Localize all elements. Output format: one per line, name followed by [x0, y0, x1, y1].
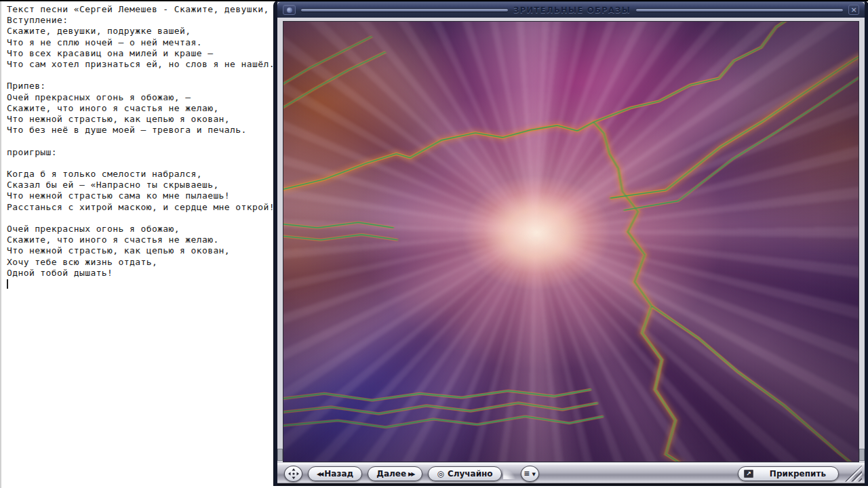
lyrics-line: Что нежной страстью сама ко мне пылаешь! — [7, 190, 274, 201]
back-button[interactable]: ◀◀ Назад — [308, 466, 362, 481]
visualization-canvas[interactable] — [283, 21, 859, 462]
lyrics-line: Хочу тебе всю жизнь отдать, — [7, 257, 274, 268]
lyrics-line: Что нежной страстью, как цепью я окован, — [7, 245, 274, 256]
text-cursor — [7, 279, 8, 289]
lyrics-line — [7, 136, 274, 146]
lyrics-line: Текст песни «Сергей Лемешев - Скажите, д… — [7, 4, 274, 15]
pan-button[interactable] — [284, 466, 302, 482]
next-button-label: Далее — [376, 469, 406, 479]
visualization-frame — [277, 18, 865, 463]
lyrics-line: Скажите, что иного я счастья не желаю. — [7, 235, 274, 245]
top-border-line — [0, 0, 868, 1]
move-arrows-icon — [288, 468, 299, 479]
next-button[interactable]: Далее ▶▶ — [368, 466, 422, 481]
lyrics-line — [7, 158, 274, 169]
lyrics-line: Одной тобой дышать! — [7, 268, 274, 279]
lyrics-line: Что я не сплю ночей – о ней мечтая. — [7, 37, 274, 48]
back-arrows-icon: ◀◀ — [317, 471, 322, 477]
visualization-menu-button[interactable]: ≡ ▼ — [521, 466, 539, 482]
lyrics-line: Очей прекрасных огонь я обожаю, – — [7, 92, 274, 103]
attach-button-label: Прикрепить — [770, 469, 826, 479]
lyrics-line — [7, 213, 274, 224]
window-title-bar[interactable]: ЗРИТЕЛЬНЫЕ ОБРАЗЫ × — [277, 2, 865, 18]
list-icon: ≡ — [524, 469, 530, 478]
dock-window-icon: ↗ — [744, 470, 753, 478]
frame-notch-left — [277, 449, 283, 461]
lyrics-line: Что всех красавиц она милей и краше – — [7, 48, 274, 59]
lyrics-line: Скажите, что иного я счастья не желаю, — [7, 103, 274, 114]
lyrics-lines: Текст песни «Сергей Лемешев - Скажите, д… — [7, 4, 274, 279]
skin-flourish — [503, 468, 515, 479]
lyrics-text-area[interactable]: Текст песни «Сергей Лемешев - Скажите, д… — [0, 1, 274, 488]
visualization-vignette — [283, 22, 859, 462]
lyrics-line: Расстанься с хитрой маскою, и сердце мне… — [7, 202, 274, 213]
lyrics-line: Когда б я только смелости набрался, — [7, 169, 274, 180]
window-title: ЗРИТЕЛЬНЫЕ ОБРАЗЫ — [513, 5, 631, 15]
resize-grip[interactable] — [844, 466, 862, 482]
lyrics-line: Что сам хотел признаться ей, но слов я н… — [7, 59, 274, 70]
title-groove-right — [636, 9, 843, 12]
frame-notch-right — [859, 449, 865, 461]
back-button-label: Назад — [324, 469, 353, 479]
next-arrows-icon: ▶▶ — [408, 471, 414, 477]
lyrics-line: проигрыш: — [7, 147, 274, 158]
title-groove-left — [301, 9, 508, 12]
lyrics-line: Что нежной страстью, как цепью я окован, — [7, 114, 274, 125]
media-player-visualization-window: ЗРИТЕЛЬНЫЕ ОБРАЗЫ × — [274, 1, 868, 485]
close-button[interactable]: × — [848, 5, 859, 15]
random-swirl-icon: ◎ — [437, 469, 443, 479]
lyrics-line — [7, 70, 274, 81]
lyrics-line: Скажите, девушки, подружке вашей, — [7, 26, 274, 37]
attach-button[interactable]: ↗ Прикрепить — [738, 466, 839, 481]
chevron-down-icon: ▼ — [532, 472, 535, 477]
random-button-label: Случайно — [448, 469, 493, 479]
lyrics-line: Вступление: — [7, 15, 274, 26]
lyrics-line: Припев: — [7, 81, 274, 92]
random-button[interactable]: ◎ Случайно — [428, 466, 501, 481]
player-control-bar: ◀◀ Назад Далее ▶▶ ◎ Случайно ≡ ▼ ↗ Прикр… — [277, 463, 865, 485]
lyrics-line: Что без неё в душе моей – тревога и печа… — [7, 125, 274, 136]
window-icon — [283, 5, 296, 15]
lyrics-line: Очей прекрасных огонь я обожаю, — [7, 224, 274, 235]
lyrics-line: Сказал бы ей – «Напрасно ты скрываешь, — [7, 180, 274, 190]
